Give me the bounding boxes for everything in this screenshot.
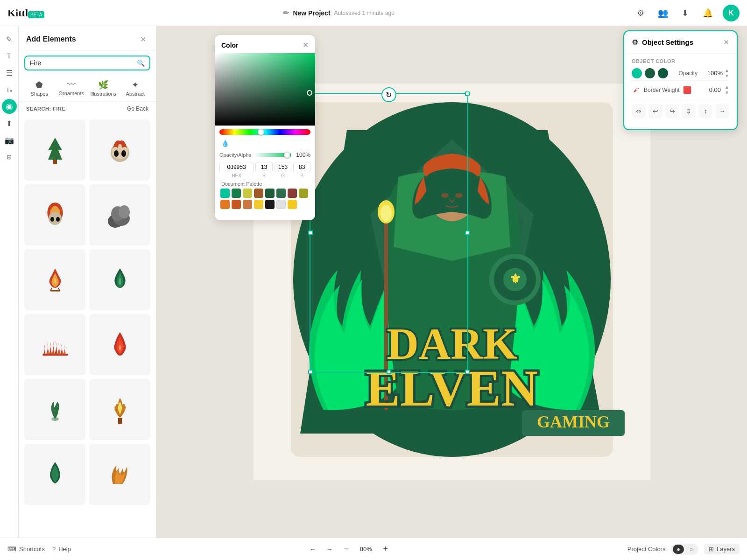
palette-swatch[interactable]	[288, 189, 297, 198]
align-flip-v[interactable]: ↪	[665, 104, 679, 118]
border-color-swatch[interactable]	[683, 86, 691, 94]
r-input[interactable]	[255, 162, 273, 172]
tool-image[interactable]: 📷	[2, 133, 17, 147]
tab-ornaments[interactable]: 〰 Ornaments	[56, 77, 87, 99]
keyboard-icon: ⌨	[7, 546, 16, 553]
svg-point-17	[51, 417, 59, 421]
color-swatch-3[interactable]	[658, 68, 668, 78]
opacity-slider[interactable]	[254, 153, 291, 157]
list-item[interactable]	[89, 314, 150, 375]
opacity-control-input[interactable]: 100%	[699, 70, 723, 77]
tab-abstract[interactable]: ✦ Abstract	[120, 77, 151, 99]
align-distribute-v[interactable]: →	[715, 104, 729, 118]
list-item[interactable]	[89, 444, 150, 505]
palette-swatch[interactable]	[276, 189, 286, 198]
color-swatch-2[interactable]	[645, 68, 655, 78]
zoom-value[interactable]: 80%	[357, 546, 375, 553]
zoom-in-button[interactable]: +	[379, 543, 392, 556]
opacity-thumb	[284, 152, 290, 158]
palette-swatch[interactable]	[254, 200, 263, 209]
align-vertical-center[interactable]: ⇕	[682, 104, 696, 118]
settings-icon[interactable]: ⚙	[633, 6, 648, 21]
zoom-out-button[interactable]: −	[340, 543, 353, 556]
help-button[interactable]: ? Help	[52, 546, 71, 553]
tab-illustrations[interactable]: 🌿 Illustrations	[88, 77, 119, 99]
alignment-row: ⇔ ↩ ↪ ⇕ ↕ →	[624, 100, 737, 122]
elements-panel-close[interactable]: ✕	[137, 34, 148, 45]
palette-swatch[interactable]	[265, 200, 275, 209]
rotation-handle[interactable]: ↻	[381, 87, 396, 102]
tab-shapes[interactable]: ⬟ Shapes	[24, 77, 55, 99]
tab-abstract-label: Abstract	[126, 91, 145, 97]
tool-text[interactable]: T	[2, 49, 17, 63]
palette-swatch[interactable]	[220, 200, 230, 209]
palette-swatch[interactable]	[265, 189, 275, 198]
user-avatar[interactable]: K	[723, 5, 740, 21]
color-panel-header: Color ✕	[215, 35, 315, 53]
list-item[interactable]	[24, 119, 85, 181]
tool-grid[interactable]: ⊞	[2, 149, 17, 164]
tool-layers[interactable]: ☰	[2, 65, 17, 80]
color-swatch-1[interactable]	[632, 68, 642, 78]
palette-swatch[interactable]	[220, 189, 230, 198]
toggle-light[interactable]: ○	[686, 545, 697, 554]
color-gradient-picker[interactable]	[215, 53, 315, 126]
hex-rgb-row: HEX R G B	[219, 162, 310, 178]
border-down[interactable]: ▼	[725, 90, 729, 95]
list-item[interactable]	[24, 249, 85, 310]
download-icon[interactable]: ⬇	[678, 6, 693, 21]
tool-elements[interactable]: ◉	[2, 99, 17, 114]
border-value-input[interactable]	[698, 86, 721, 93]
svg-point-30	[381, 205, 392, 222]
palette-swatch[interactable]	[288, 200, 297, 209]
list-item[interactable]	[24, 184, 85, 245]
go-back-button[interactable]: Go Back	[127, 105, 148, 112]
border-up[interactable]: ▲	[725, 84, 729, 90]
palette-swatch[interactable]	[243, 189, 252, 198]
eyedropper-button[interactable]: 💧	[219, 138, 231, 149]
layers-button[interactable]: ⊞ Layers	[704, 544, 740, 554]
search-input[interactable]	[30, 59, 133, 67]
list-item[interactable]	[89, 119, 150, 181]
list-item[interactable]	[24, 314, 85, 375]
color-panel-close[interactable]: ✕	[303, 41, 309, 49]
share-icon[interactable]: 👥	[655, 6, 670, 21]
svg-rect-1	[53, 160, 57, 164]
tool-select[interactable]: ✎	[2, 32, 17, 47]
list-item[interactable]	[24, 444, 85, 505]
list-item[interactable]	[89, 249, 150, 310]
align-horizontal-center[interactable]: ⇔	[632, 104, 646, 118]
tool-upload[interactable]: ⬆	[2, 116, 17, 131]
help-icon: ?	[52, 546, 56, 553]
opacity-down[interactable]: ▼	[725, 73, 729, 78]
toggle-dark[interactable]: ●	[673, 545, 684, 554]
opacity-up[interactable]: ▲	[725, 68, 729, 73]
project-name[interactable]: New Project	[293, 9, 330, 17]
hue-thumb	[258, 129, 264, 135]
palette-swatch[interactable]	[232, 200, 241, 209]
svg-point-5	[121, 150, 126, 157]
layers-icon: ⊞	[709, 546, 714, 553]
b-input[interactable]	[293, 162, 310, 172]
shortcuts-button[interactable]: ⌨ Shortcuts	[7, 546, 45, 553]
list-item[interactable]	[89, 379, 150, 440]
palette-swatch[interactable]	[276, 200, 286, 209]
palette-swatch[interactable]	[243, 200, 252, 209]
g-input[interactable]	[275, 162, 292, 172]
align-distribute-h[interactable]: ↕	[698, 104, 712, 118]
list-item[interactable]	[24, 379, 85, 440]
hue-slider[interactable]	[219, 129, 310, 135]
list-item[interactable]	[89, 184, 150, 245]
tool-font[interactable]: Tₐ	[2, 82, 17, 97]
notification-icon[interactable]: 🔔	[700, 6, 715, 21]
category-tabs: ⬟ Shapes 〰 Ornaments 🌿 Illustrations ✦ A…	[19, 75, 156, 102]
palette-swatch[interactable]	[232, 189, 241, 198]
os-panel-close[interactable]: ✕	[723, 38, 729, 47]
hex-input[interactable]	[219, 162, 254, 172]
panel-expand-arrow[interactable]: ›	[156, 274, 156, 289]
palette-swatch[interactable]	[299, 189, 308, 198]
palette-swatch[interactable]	[254, 189, 263, 198]
prev-canvas[interactable]: ←	[306, 543, 319, 556]
align-flip-h[interactable]: ↩	[648, 104, 662, 118]
next-canvas[interactable]: →	[323, 543, 336, 556]
